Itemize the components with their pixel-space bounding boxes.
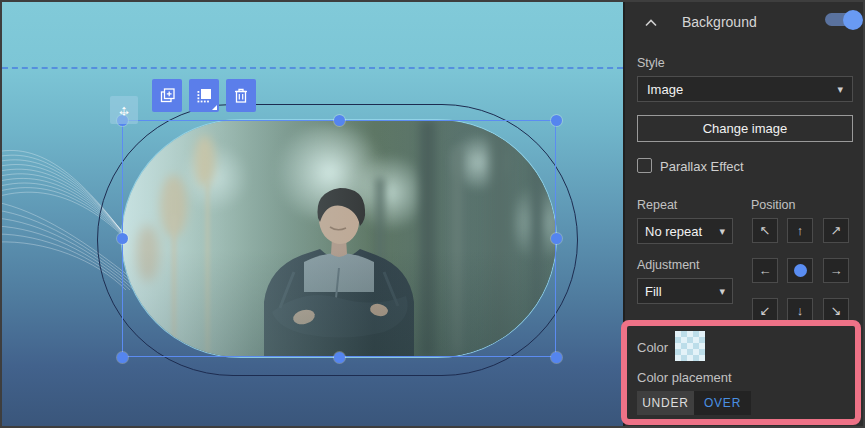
position-label: Position	[751, 198, 795, 212]
arrow-right-icon: →	[830, 263, 843, 278]
change-design-button[interactable]	[189, 79, 219, 112]
toggle-knob	[843, 10, 863, 30]
collapse-panel-button[interactable]	[645, 13, 661, 29]
position-top-right-button[interactable]: ↗	[823, 218, 849, 243]
selected-position-dot	[794, 264, 807, 277]
change-design-icon	[196, 87, 213, 104]
resize-handle-top-center[interactable]	[334, 115, 345, 126]
arrow-left-icon: ←	[759, 263, 772, 278]
adjustment-value: Fill	[645, 284, 662, 299]
position-right-button[interactable]: →	[823, 258, 849, 283]
resize-handle-bottom-center[interactable]	[334, 352, 345, 363]
arrow-down-icon: ↓	[797, 303, 804, 318]
chevron-down-icon: ▾	[837, 83, 843, 96]
resize-handle-middle-right[interactable]	[551, 233, 562, 244]
position-bottom-right-button[interactable]: ↘	[823, 298, 849, 323]
position-left-button[interactable]: ←	[752, 258, 778, 283]
arrow-up-left-icon: ↖	[760, 223, 771, 238]
duplicate-icon	[159, 87, 176, 104]
position-top-left-button[interactable]: ↖	[752, 218, 778, 243]
arrow-up-right-icon: ↗	[831, 223, 842, 238]
style-value: Image	[647, 82, 683, 97]
style-label: Style	[637, 56, 665, 70]
background-settings-panel: Background Style Image ▾ Change image Pa…	[623, 2, 863, 426]
repeat-value: No repeat	[645, 224, 702, 239]
parallax-checkbox[interactable]	[637, 158, 652, 173]
chevron-down-icon: ▾	[719, 285, 725, 298]
arrow-up-icon: ↑	[797, 223, 804, 238]
position-bottom-button[interactable]: ↓	[787, 298, 813, 323]
panel-title: Background	[682, 14, 757, 30]
position-bottom-left-button[interactable]: ↙	[752, 298, 778, 323]
flyout-indicator	[212, 105, 217, 110]
chevron-down-icon: ▾	[719, 225, 725, 238]
background-toggle[interactable]	[825, 13, 855, 26]
position-top-button[interactable]: ↑	[787, 218, 813, 243]
resize-handle-bottom-left[interactable]	[117, 352, 128, 363]
style-dropdown[interactable]: Image ▾	[637, 76, 853, 102]
chevron-up-icon	[645, 19, 657, 27]
move-icon: ↔↕	[116, 102, 132, 118]
color-placement-label: Color placement	[637, 370, 732, 385]
repeat-dropdown[interactable]: No repeat ▾	[637, 218, 733, 244]
adjustment-label: Adjustment	[637, 258, 700, 272]
placement-over-button[interactable]: OVER	[694, 391, 751, 415]
resize-handle-middle-left[interactable]	[117, 233, 128, 244]
delete-button[interactable]	[226, 79, 256, 112]
color-swatch[interactable]	[675, 331, 705, 361]
adjustment-dropdown[interactable]: Fill ▾	[637, 278, 733, 304]
arrow-down-left-icon: ↙	[760, 303, 771, 318]
selection-box	[122, 120, 556, 357]
resize-handle-bottom-right[interactable]	[551, 352, 562, 363]
change-image-button[interactable]: Change image	[637, 115, 853, 142]
repeat-label: Repeat	[637, 198, 677, 212]
editor-canvas[interactable]: ↔↕	[2, 2, 623, 426]
trash-icon	[233, 87, 249, 104]
section-divider-guide	[2, 67, 623, 69]
resize-handle-top-right[interactable]	[551, 115, 562, 126]
screenshot-frame: ↔↕	[0, 0, 865, 428]
color-label: Color	[637, 340, 668, 355]
parallax-label: Parallax Effect	[660, 159, 744, 174]
placement-under-button[interactable]: UNDER	[637, 391, 694, 415]
duplicate-button[interactable]	[152, 79, 182, 112]
move-handle[interactable]: ↔↕	[110, 96, 138, 124]
arrow-down-right-icon: ↘	[831, 303, 842, 318]
position-center-button[interactable]	[787, 258, 813, 283]
